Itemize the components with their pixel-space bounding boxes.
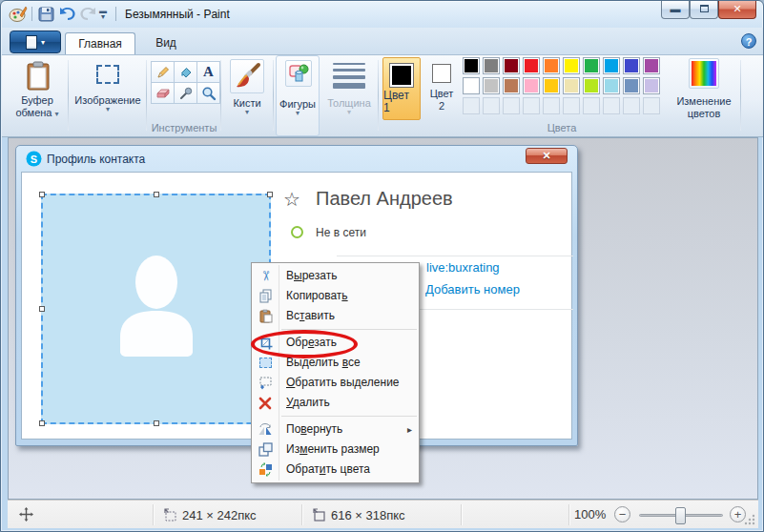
close-icon: ✕ [733, 3, 741, 14]
palette-empty-slot[interactable] [563, 97, 580, 114]
palette-swatch[interactable] [523, 57, 540, 74]
edit-colors-button[interactable]: Изменение цветов [671, 55, 736, 136]
palette-swatch[interactable] [483, 57, 500, 74]
divider [568, 504, 569, 525]
palette-empty-slot[interactable] [503, 97, 520, 114]
eraser-tool[interactable] [151, 82, 175, 104]
group-thickness: Толщина ▾ [322, 55, 376, 136]
resize-grip[interactable] [743, 513, 755, 525]
palette-swatch[interactable] [563, 57, 580, 74]
zoom-slider-thumb[interactable] [675, 507, 686, 524]
delete-icon [257, 395, 274, 411]
palette-swatch[interactable] [463, 57, 480, 74]
palette-empty-slot[interactable] [523, 97, 540, 114]
cut-icon: ✂ [258, 268, 274, 285]
tab-home[interactable]: Главная [65, 32, 135, 54]
palette-swatch[interactable] [583, 57, 600, 74]
palette-empty-slot[interactable] [463, 97, 480, 114]
selection-handle[interactable] [39, 306, 45, 312]
magnifier-icon [201, 86, 217, 101]
thickness-icon [332, 59, 366, 89]
tab-view[interactable]: Вид [137, 32, 195, 54]
selection-marquee[interactable] [41, 194, 271, 424]
palette-swatch[interactable] [643, 57, 660, 74]
palette-swatch[interactable] [523, 77, 540, 94]
palette-row-1 [463, 57, 660, 74]
dropdown-arrow-icon: ▾ [322, 110, 376, 115]
menu-item-copy[interactable]: Копировать [252, 286, 419, 306]
selection-handle[interactable] [267, 192, 273, 197]
palette-swatch[interactable] [503, 57, 520, 74]
color2-button[interactable]: Цвет 2 [424, 55, 459, 136]
close-button[interactable]: ✕ [718, 1, 756, 19]
paint-menu-button[interactable]: ▾ [10, 31, 61, 53]
paint-work-area[interactable]: S Профиль контакта ✕ [8, 137, 758, 500]
selection-handle[interactable] [39, 420, 45, 426]
divider [115, 7, 116, 21]
menu-item-invert-colors[interactable]: Обратить цвета [252, 460, 419, 480]
magnifier-tool[interactable] [196, 82, 220, 104]
selection-handle[interactable] [154, 192, 159, 197]
palette-swatch[interactable] [543, 57, 560, 74]
color1-button[interactable]: Цвет 1 [382, 57, 421, 120]
palette-empty-slot[interactable] [583, 97, 600, 114]
help-icon[interactable]: ? [741, 33, 756, 49]
palette-swatch[interactable] [623, 77, 640, 94]
palette-swatch[interactable] [463, 77, 480, 94]
menu-item-paste[interactable]: Вставить [252, 306, 419, 326]
palette-swatch[interactable] [543, 77, 560, 94]
palette-empty-slot[interactable] [483, 97, 500, 114]
menu-item-cut[interactable]: ✂ Вырезать [252, 266, 419, 286]
dropdown-arrow-icon: ▾ [55, 110, 59, 118]
minimize-button[interactable]: ▬ [661, 1, 690, 19]
palette-swatch[interactable] [583, 77, 600, 94]
group-brushes[interactable]: Кисти ▾ [223, 55, 271, 136]
chevron-down-icon: ▾ [41, 38, 45, 47]
divider [153, 504, 154, 525]
fill-tool[interactable] [174, 61, 197, 83]
skype-window-title: Профиль контакта [47, 153, 145, 166]
group-image[interactable]: Изображение ▾ [71, 55, 145, 136]
palette-empty-slot[interactable] [643, 97, 660, 114]
palette-empty-slot[interactable] [623, 97, 640, 114]
brush-icon [233, 62, 261, 91]
palette-swatch[interactable] [503, 77, 520, 94]
eyedropper-tool[interactable] [174, 82, 197, 104]
palette-swatch[interactable] [643, 77, 660, 94]
group-shapes[interactable]: Фигуры ▾ [276, 55, 320, 136]
palette-empty-slot[interactable] [603, 97, 620, 114]
selection-handle[interactable] [154, 420, 159, 426]
menu-item-delete[interactable]: Удалить [252, 393, 419, 413]
window-title: Безымянный - Paint [125, 8, 230, 21]
skype-icon: S [26, 151, 42, 167]
save-icon[interactable] [38, 7, 54, 22]
selection-handle[interactable] [39, 192, 45, 197]
resize-icon [257, 441, 274, 458]
palette-swatch[interactable] [563, 77, 580, 94]
group-separator [740, 60, 741, 131]
zoom-slider-track[interactable] [639, 514, 723, 517]
menu-item-rotate[interactable]: Повернуть ▸ [252, 419, 419, 440]
contact-name: Павел Андреев [316, 188, 453, 210]
pencil-tool[interactable] [151, 61, 175, 83]
redo-icon[interactable] [79, 6, 97, 22]
fill-bucket-icon [178, 65, 194, 80]
zoom-out-button[interactable]: − [614, 506, 630, 522]
maximize-button[interactable] [690, 1, 718, 19]
skype-close-button[interactable]: ✕ [526, 148, 568, 164]
menu-item-invert-selection[interactable]: Обратить выделение [252, 373, 419, 393]
palette-swatch[interactable] [623, 57, 640, 74]
group-colors: Цвета [463, 55, 661, 136]
qat-customize-icon[interactable]: ▬▾ [99, 9, 107, 20]
group-clipboard[interactable]: Буфер обмена ▾ [10, 55, 65, 136]
group-separator [68, 60, 69, 131]
palette-swatch[interactable] [603, 77, 620, 94]
add-number-link[interactable]: Добавить номер [425, 282, 520, 297]
palette-empty-slot[interactable] [543, 97, 560, 114]
text-tool[interactable]: A [196, 61, 220, 83]
palette-swatch[interactable] [483, 77, 500, 94]
palette-swatch[interactable] [603, 57, 620, 74]
undo-icon[interactable] [58, 6, 76, 22]
divider [337, 256, 573, 256]
menu-item-resize[interactable]: Изменить размер [252, 440, 419, 460]
